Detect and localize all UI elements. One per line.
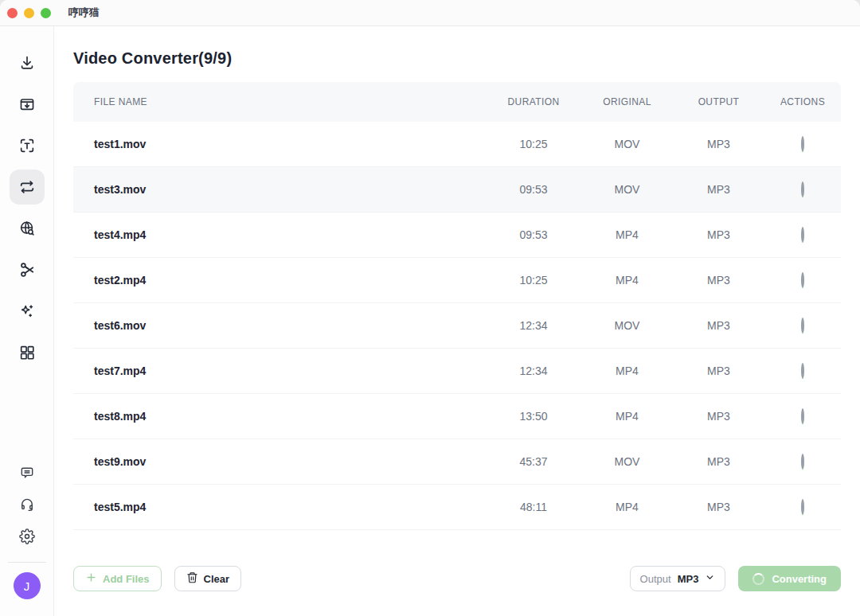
sidebar-item-more-apps[interactable] bbox=[10, 335, 45, 370]
table-row: test6.mov 12:34 MOV MP3 bbox=[73, 303, 841, 349]
file-name-cell: test9.mov bbox=[73, 455, 486, 468]
duration-cell: 13:50 bbox=[486, 410, 581, 423]
table-header: FILE NAME DURATION ORIGINAL OUTPUT ACTIO… bbox=[73, 82, 841, 122]
archive-download-icon bbox=[18, 96, 36, 113]
output-cell: MP3 bbox=[673, 183, 764, 196]
footer-left-group: Add Files Clear bbox=[73, 566, 241, 591]
duration-cell: 09:53 bbox=[486, 228, 581, 241]
sidebar-divider bbox=[8, 562, 46, 563]
sidebar-item-support[interactable] bbox=[13, 490, 41, 519]
duration-cell: 10:25 bbox=[486, 274, 581, 287]
duration-cell: 09:53 bbox=[486, 183, 581, 196]
column-header-output: OUTPUT bbox=[673, 96, 764, 107]
file-name-cell: test7.mp4 bbox=[73, 365, 486, 377]
output-cell: MP3 bbox=[673, 228, 764, 241]
headset-icon bbox=[19, 497, 35, 513]
progress-spinner-icon bbox=[801, 318, 804, 333]
scissors-icon bbox=[18, 261, 36, 279]
trash-icon bbox=[186, 571, 198, 586]
file-table: FILE NAME DURATION ORIGINAL OUTPUT ACTIO… bbox=[73, 82, 841, 530]
table-row: test1.mov 10:25 MOV MP3 bbox=[73, 122, 841, 167]
output-cell: MP3 bbox=[673, 319, 764, 332]
table-row: test9.mov 45:37 MOV MP3 bbox=[73, 439, 841, 485]
avatar-letter: J bbox=[24, 579, 30, 593]
sidebar-item-trim[interactable] bbox=[10, 252, 45, 287]
actions-cell bbox=[764, 138, 841, 150]
footer-right-group: Output MP3 Converting bbox=[630, 566, 841, 591]
actions-cell bbox=[764, 274, 841, 287]
original-cell: MP4 bbox=[581, 501, 673, 513]
duration-cell: 10:25 bbox=[486, 138, 581, 150]
zoom-button[interactable] bbox=[41, 8, 51, 18]
progress-spinner-icon bbox=[801, 499, 804, 515]
duration-cell: 48:11 bbox=[486, 501, 581, 513]
sparkles-icon bbox=[18, 302, 36, 320]
table-row: test4.mp4 09:53 MP4 MP3 bbox=[73, 212, 841, 258]
file-name-cell: test5.mp4 bbox=[73, 501, 486, 513]
progress-spinner-icon bbox=[801, 136, 804, 152]
chevron-down-icon bbox=[705, 572, 715, 585]
progress-spinner-icon bbox=[801, 227, 804, 243]
text-scan-icon bbox=[18, 137, 36, 154]
progress-spinner-icon bbox=[801, 363, 804, 379]
output-cell: MP3 bbox=[673, 501, 764, 513]
download-icon bbox=[18, 54, 36, 72]
converting-label: Converting bbox=[772, 573, 827, 585]
table-row: test8.mp4 13:50 MP4 MP3 bbox=[73, 394, 841, 439]
plus-icon bbox=[85, 571, 97, 586]
page-title: Video Converter(9/9) bbox=[73, 47, 841, 69]
output-value: MP3 bbox=[678, 573, 699, 585]
sidebar-item-feedback[interactable] bbox=[13, 458, 41, 487]
user-avatar[interactable]: J bbox=[14, 572, 41, 599]
add-files-button[interactable]: Add Files bbox=[73, 566, 162, 591]
table-row: test3.mov 09:53 MOV MP3 bbox=[73, 167, 841, 212]
close-button[interactable] bbox=[7, 8, 18, 18]
progress-spinner-icon bbox=[801, 272, 804, 288]
actions-cell bbox=[764, 455, 841, 468]
settings-gear-icon bbox=[19, 528, 35, 544]
apps-grid-icon bbox=[18, 344, 36, 361]
actions-cell bbox=[764, 501, 841, 513]
sidebar-item-ai-tools[interactable] bbox=[10, 294, 45, 329]
progress-spinner-icon bbox=[801, 408, 804, 424]
duration-cell: 12:34 bbox=[486, 319, 581, 332]
output-cell: MP3 bbox=[673, 138, 764, 150]
sidebar-item-download[interactable] bbox=[10, 45, 45, 80]
column-header-actions: ACTIONS bbox=[764, 96, 841, 107]
file-name-cell: test3.mov bbox=[73, 183, 486, 196]
titlebar: 哼哼猫 bbox=[0, 0, 860, 26]
actions-cell bbox=[764, 228, 841, 241]
clear-button[interactable]: Clear bbox=[174, 566, 242, 591]
sidebar-item-batch-download[interactable] bbox=[10, 87, 45, 122]
table-body: test1.mov 10:25 MOV MP3 test3.mov 09:53 … bbox=[73, 122, 841, 530]
converting-button[interactable]: Converting bbox=[738, 566, 841, 591]
progress-spinner-icon bbox=[801, 181, 804, 197]
sidebar-item-video-converter[interactable] bbox=[10, 170, 45, 205]
actions-cell bbox=[764, 410, 841, 423]
file-name-cell: test6.mov bbox=[73, 319, 486, 332]
main-content: Video Converter(9/9) FILE NAME DURATION … bbox=[54, 26, 860, 616]
sidebar-item-settings[interactable] bbox=[13, 522, 41, 551]
file-name-cell: test1.mov bbox=[73, 138, 486, 150]
output-format-dropdown[interactable]: Output MP3 bbox=[630, 566, 726, 591]
output-cell: MP3 bbox=[673, 365, 764, 377]
sidebar-item-web-search[interactable] bbox=[10, 211, 45, 246]
original-cell: MOV bbox=[581, 455, 673, 468]
footer-toolbar: Add Files Clear Output bbox=[73, 566, 841, 591]
original-cell: MOV bbox=[581, 319, 673, 332]
convert-loop-icon bbox=[18, 178, 36, 196]
table-row: test2.mp4 10:25 MP4 MP3 bbox=[73, 258, 841, 303]
output-cell: MP3 bbox=[673, 455, 764, 468]
minimize-button[interactable] bbox=[24, 8, 34, 18]
column-header-original: ORIGINAL bbox=[581, 96, 673, 107]
sidebar-bottom-group: J bbox=[8, 458, 46, 599]
actions-cell bbox=[764, 183, 841, 196]
duration-cell: 45:37 bbox=[486, 455, 581, 468]
sidebar-item-text-recognition[interactable] bbox=[10, 128, 45, 163]
original-cell: MP4 bbox=[581, 410, 673, 423]
web-search-icon bbox=[18, 220, 36, 237]
progress-spinner-icon bbox=[801, 454, 804, 470]
original-cell: MP4 bbox=[581, 228, 673, 241]
output-label: Output bbox=[640, 573, 671, 585]
column-header-file-name: FILE NAME bbox=[73, 96, 486, 107]
